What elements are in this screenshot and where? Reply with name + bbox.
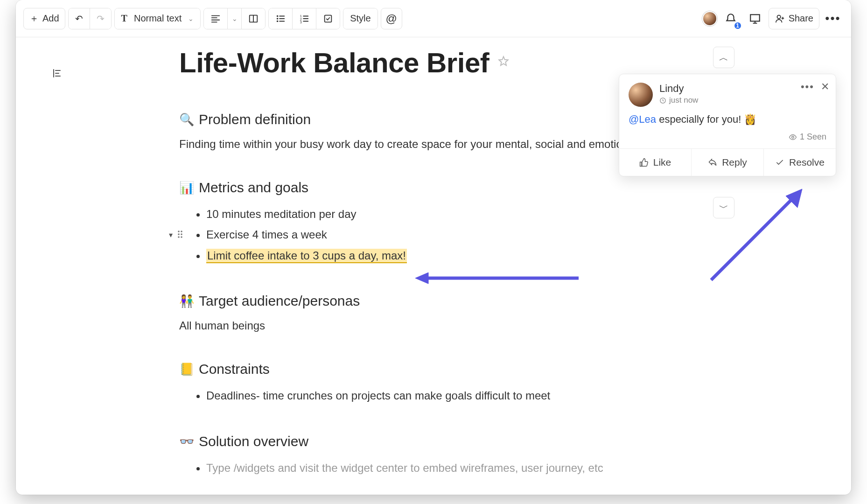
svg-marker-20 [415,273,428,284]
document-title[interactable]: Life-Work Balance Brief [179,47,489,79]
numbered-list-button[interactable]: 123 [293,8,316,29]
list-item[interactable]: Limit coffee intake to 3 cups a day, max… [206,245,683,266]
seen-indicator: 1 Seen [619,130,836,148]
bullet-list-button[interactable] [269,8,293,29]
more-button[interactable]: ••• [822,8,844,29]
svg-rect-8 [325,15,332,22]
comment-close-button[interactable]: ✕ [821,81,829,93]
commenter-avatar[interactable] [629,83,653,107]
like-button[interactable]: Like [619,149,692,176]
favorite-button[interactable] [497,55,510,70]
document-body: Life-Work Balance Brief 🔍 Problem defini… [179,47,683,478]
comment-more-button[interactable]: ••• [801,81,814,93]
present-button[interactable] [744,8,766,29]
star-icon [497,55,510,67]
list-group: 123 [268,8,340,29]
plus-icon: ＋ [29,12,39,25]
redo-icon: ↷ [97,13,105,24]
align-dropdown[interactable]: ⌄ [228,8,242,29]
highlighted-text: Limit coffee intake to 3 cups a day, max… [206,249,407,263]
audience-body[interactable]: All human beings [179,317,683,334]
reply-button[interactable]: Reply [692,149,764,176]
comment-emoji: 👸 [744,113,756,125]
align-button[interactable] [204,8,228,29]
app-window: ＋ Add ↶ ↷ T Normal text ⌄ ⌄ [16,0,851,495]
annotation-arrow-left [415,269,583,287]
undo-icon: ↶ [75,13,83,24]
layout-group: ⌄ [203,8,266,29]
eye-icon [789,133,797,141]
comment-prev-button[interactable]: ︿ [713,47,734,68]
notifications-button[interactable]: 1 [720,8,741,29]
svg-point-2 [277,15,279,17]
svg-point-13 [178,234,180,236]
mention-button[interactable]: @ [381,8,402,29]
drag-handle[interactable] [177,224,183,245]
outline-icon [51,68,62,79]
comment-text: especially for you! [656,113,744,125]
row-controls: ▾ [169,224,183,245]
thumbs-up-icon [639,158,649,167]
redo-button[interactable]: ↷ [90,8,111,29]
presentation-icon [749,13,761,25]
mention[interactable]: @Lea [629,113,656,125]
svg-point-11 [178,231,180,233]
comment-header: Lindy just now ••• ✕ [619,74,836,107]
collapse-caret[interactable]: ▾ [169,228,173,242]
text-icon: T [121,13,127,24]
add-button[interactable]: ＋ Add [23,8,65,29]
section-heading: Constraints [199,361,270,377]
svg-rect-9 [750,14,760,21]
list-item[interactable]: Type /widgets and visit the widget cente… [206,458,683,478]
add-label: Add [42,13,59,24]
list-item[interactable]: ▾ Exercise 4 times a week [206,224,683,245]
style-button[interactable]: Style [343,8,377,29]
annotation-arrow-right [706,182,809,285]
undo-button[interactable]: ↶ [69,8,90,29]
person-add-icon [775,14,785,24]
text-style-button[interactable]: T Normal text ⌄ [115,8,201,29]
comment-actions-top: ••• ✕ [801,81,829,93]
toolbar: ＋ Add ↶ ↷ T Normal text ⌄ ⌄ [16,0,851,37]
section-constraints[interactable]: 📒 Constraints [179,361,683,377]
svg-line-21 [711,196,795,280]
undo-redo-group: ↶ ↷ [68,8,112,29]
check-icon [775,158,784,167]
svg-point-15 [178,237,180,238]
chevron-down-icon: ⌄ [232,15,238,22]
columns-icon [248,14,259,24]
magnifier-icon: 🔍 [179,113,194,126]
comment-body: @Lea especially for you! 👸 [619,107,836,130]
section-problem[interactable]: 🔍 Problem definition [179,112,683,127]
section-heading: Metrics and goals [199,180,308,196]
comment-time: just now [659,96,826,105]
style-label: Style [350,13,371,24]
svg-point-12 [181,231,182,233]
user-avatar[interactable] [702,11,717,26]
reply-icon [708,158,717,167]
problem-body[interactable]: Finding time within your busy work day t… [179,136,683,153]
align-left-icon [210,14,221,24]
svg-point-16 [181,237,182,238]
ellipsis-icon: ••• [825,11,840,26]
section-heading: Solution overview [199,434,308,449]
svg-point-14 [181,234,182,236]
list-item[interactable]: 10 minutes meditation per day [206,204,683,224]
share-label: Share [789,13,813,24]
section-audience[interactable]: 👫 Target audience/personas [179,293,683,309]
resolve-button[interactable]: Resolve [764,149,836,176]
grip-icon [177,230,183,238]
section-solution[interactable]: 👓 Solution overview [179,434,683,449]
style-group: Style [343,8,378,29]
share-button[interactable]: Share [769,8,819,29]
outline-toggle[interactable] [49,65,64,81]
svg-point-4 [277,20,279,22]
section-heading: Target audience/personas [199,293,360,309]
section-metrics[interactable]: 📊 Metrics and goals [179,180,683,196]
list-item[interactable]: Deadlines- time crunches on projects can… [206,385,683,406]
checklist-button[interactable] [316,8,340,29]
svg-point-3 [277,18,279,20]
people-icon: 👫 [179,295,194,307]
columns-button[interactable] [242,8,265,29]
glasses-icon: 👓 [179,435,194,448]
